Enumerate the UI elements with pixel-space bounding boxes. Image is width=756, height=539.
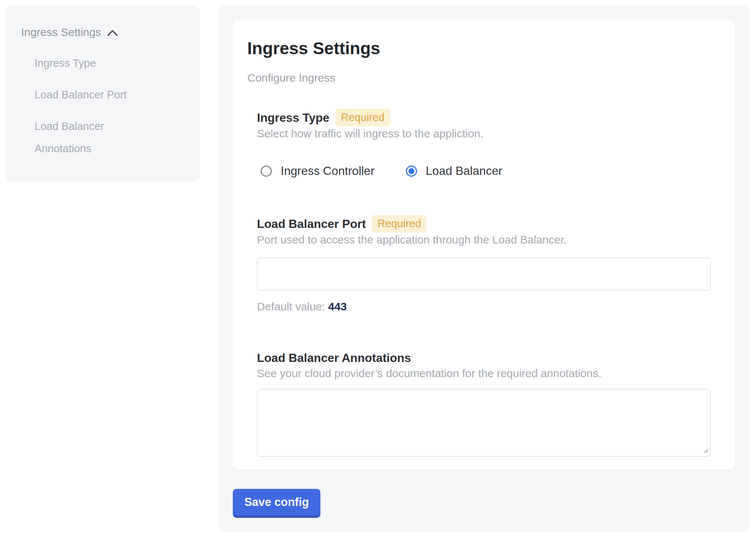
- radio-selected-icon: [406, 166, 417, 177]
- page-title: Ingress Settings: [247, 39, 720, 58]
- radio-option-load-balancer[interactable]: Load Balancer: [406, 164, 502, 178]
- field-label-load-balancer-port: Load Balancer Port: [257, 216, 366, 232]
- chevron-up-icon: [107, 30, 118, 36]
- field-label-ingress-type: Ingress Type: [257, 110, 329, 126]
- load-balancer-port-input[interactable]: [257, 258, 711, 290]
- default-value-line: Default value: 443: [257, 300, 711, 313]
- field-ingress-type: Ingress Type Required Select how traffic…: [257, 109, 711, 178]
- field-load-balancer-annotations: Load Balancer Annotations See your cloud…: [257, 350, 711, 457]
- default-value-label: Default value:: [257, 300, 325, 313]
- save-config-button[interactable]: Save config: [233, 489, 320, 518]
- default-value: 443: [328, 300, 347, 313]
- radio-unselected-icon: [261, 166, 272, 177]
- field-ingress-type-header: Ingress Type Required: [257, 109, 711, 126]
- field-load-balancer-port: Load Balancer Port Required Port used to…: [257, 215, 711, 313]
- required-badge: Required: [372, 215, 427, 232]
- sidebar-item-ingress-type[interactable]: Ingress Type: [35, 52, 146, 74]
- sidebar-nav: Ingress Settings Ingress Type Load Balan…: [6, 5, 200, 182]
- radio-group-ingress-type: Ingress Controller Load Balancer: [261, 164, 711, 178]
- sidebar-item-list: Ingress Type Load Balancer Port Load Bal…: [35, 52, 185, 160]
- load-balancer-annotations-textarea[interactable]: [257, 389, 711, 457]
- sidebar-group-label: Ingress Settings: [21, 26, 101, 39]
- radio-label-ingress-controller: Ingress Controller: [281, 164, 375, 178]
- sidebar-group-ingress-settings[interactable]: Ingress Settings: [21, 26, 185, 39]
- required-badge: Required: [335, 109, 390, 126]
- field-label-load-balancer-annotations: Load Balancer Annotations: [257, 350, 411, 366]
- field-description-load-balancer-annotations: See your cloud provider’s documentation …: [257, 367, 711, 380]
- ingress-settings-card: Ingress Settings Configure Ingress Ingre…: [232, 19, 735, 469]
- radio-label-load-balancer: Load Balancer: [426, 164, 502, 178]
- sidebar-item-load-balancer-port[interactable]: Load Balancer Port: [35, 84, 146, 106]
- sidebar-item-load-balancer-annotations[interactable]: Load Balancer Annotations: [35, 115, 146, 160]
- field-load-balancer-annotations-header: Load Balancer Annotations: [257, 350, 711, 366]
- field-description-ingress-type: Select how traffic will ingress to the a…: [257, 127, 711, 140]
- page-subtitle: Configure Ingress: [247, 72, 720, 84]
- main-panel: Ingress Settings Configure Ingress Ingre…: [218, 5, 749, 532]
- field-load-balancer-port-header: Load Balancer Port Required: [257, 215, 711, 232]
- annotations-textarea-wrap: [257, 389, 711, 457]
- radio-option-ingress-controller[interactable]: Ingress Controller: [261, 164, 375, 178]
- field-description-load-balancer-port: Port used to access the application thro…: [257, 233, 711, 246]
